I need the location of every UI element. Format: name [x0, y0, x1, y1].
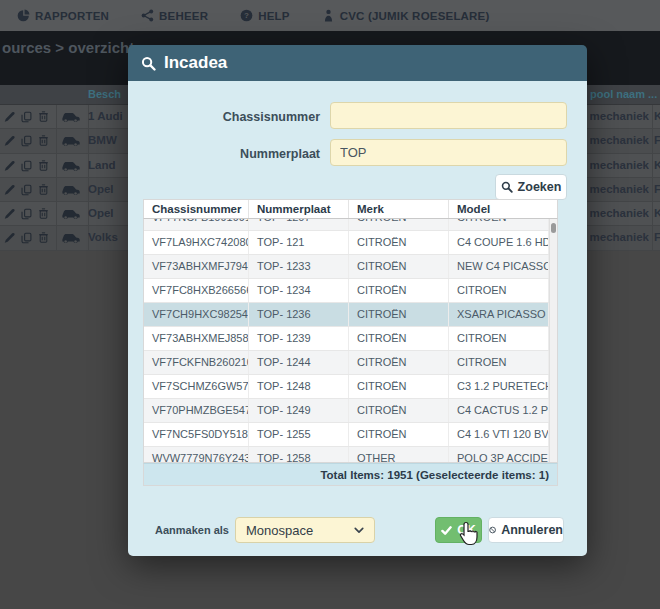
table-row[interactable]: VF77NCFB109199197TOP- 1207CITROENCITROEN	[144, 219, 557, 230]
car-icon	[61, 208, 81, 220]
table-cell: CITROËN	[349, 303, 449, 326]
nav-item-help: ?HELP	[240, 9, 289, 22]
pool-naam-value: mechaniek	[590, 207, 649, 219]
table-cell: VF7FC8HXB26656662	[144, 279, 249, 302]
table-row[interactable]: VF7LA9HXC74208004TOP- 121CITROËNC4 COUPE…	[144, 230, 557, 254]
edit-icon	[4, 111, 15, 123]
results-footer: Total Items: 1951 (Geselecteerde items: …	[143, 463, 558, 486]
screen: RAPPORTENBEHEER?HELPCVC (JUMIK ROESELARE…	[0, 0, 660, 609]
table-cell: CITROEN	[449, 279, 549, 302]
edit-icon	[4, 232, 15, 244]
background-column-beschrijving: Besch	[88, 88, 121, 100]
table-cell: VF73ABHXMEJ858219	[144, 327, 249, 350]
table-cell: OTHER	[349, 447, 449, 463]
scrollbar-thumb[interactable]	[551, 223, 556, 233]
table-cell: CITROËN	[349, 375, 449, 398]
edit-icon	[4, 184, 15, 196]
column-header-merk: Merk	[349, 200, 449, 218]
share-nodes-icon	[141, 9, 154, 22]
vehicle-description-cell: Volks	[88, 231, 128, 243]
nav-item-cvc: CVC (JUMIK ROESELARE)	[322, 9, 490, 22]
nav-item-rapporten: RAPPORTEN	[17, 9, 109, 22]
table-cell: VF7NC5FS0DY518195	[144, 423, 249, 446]
table-row[interactable]: VF73ABHXMFJ794653TOP- 1233CITROËNNEW C4 …	[144, 254, 557, 278]
clipped-cell: F	[654, 134, 660, 146]
column-divider	[652, 129, 653, 152]
nav-item-label: BEHEER	[159, 10, 208, 22]
table-row[interactable]: VF7FC8HXB26656662TOP- 1234CITROËNCITROEN	[144, 278, 557, 302]
table-cell: CITROEN	[449, 351, 549, 374]
table-cell: TOP- 1234	[249, 279, 349, 302]
column-divider	[56, 226, 57, 249]
table-cell: CITROËN	[349, 231, 449, 254]
table-cell: VF7LA9HXC74208004	[144, 231, 249, 254]
table-cell: VF77NCFB109199197	[144, 219, 249, 230]
nav-item-label: RAPPORTEN	[35, 10, 109, 22]
table-cell: CITROEN	[449, 327, 549, 350]
column-header-nummerplaat: Nummerplaat	[249, 200, 349, 218]
annuleren-button[interactable]: Annuleren	[488, 517, 564, 543]
ban-icon	[489, 524, 496, 536]
background-column-pool-naam: pool naam ...	[590, 88, 657, 100]
column-divider	[56, 154, 57, 177]
vehicle-description-cell: Opel	[88, 207, 128, 219]
nav-item-label: HELP	[258, 10, 289, 22]
car-icon	[61, 184, 81, 196]
edit-icon	[4, 135, 15, 147]
column-divider	[652, 202, 653, 225]
column-header-chassisnummer: Chassisnummer	[144, 200, 249, 218]
car-icon	[61, 160, 81, 172]
table-cell: C4 CACTUS 1.2 PUR...	[449, 399, 549, 422]
table-cell: TOP- 1244	[249, 351, 349, 374]
table-scrollbar[interactable]	[549, 219, 557, 462]
table-cell: TOP- 1249	[249, 399, 349, 422]
table-row[interactable]: VF7CH9HXC98254281TOP- 1236CITROËNXSARA P…	[144, 302, 557, 326]
table-cell: VF70PHMZBGE547290	[144, 399, 249, 422]
chassisnummer-input[interactable]	[330, 102, 567, 129]
table-row[interactable]: VF7SCHMZ6GW575760TOP- 1248CITROËNC3 1.2 …	[144, 374, 557, 398]
table-row[interactable]: VF73ABHXMEJ858219TOP- 1239CITROËNCITROEN	[144, 326, 557, 350]
column-divider	[652, 105, 653, 128]
breadcrumb: ources > overzicht	[2, 39, 134, 56]
table-cell: CITROEN	[449, 219, 549, 230]
car-icon	[61, 111, 81, 123]
table-cell: CITROËN	[349, 255, 449, 278]
table-cell: TOP- 1248	[249, 375, 349, 398]
copy-icon	[21, 184, 32, 196]
table-cell: C4 COUPE 1.6 HDI ...	[449, 231, 549, 254]
table-cell: WVW7779N76Y243788	[144, 447, 249, 463]
pool-naam-value: mechaniek	[590, 110, 649, 122]
table-cell: TOP- 1233	[249, 255, 349, 278]
table-row[interactable]: VF7FCKFNB26021099TOP- 1244CITROËNCITROEN	[144, 350, 557, 374]
vehicle-description-cell: BMW	[88, 134, 128, 146]
create-as-select[interactable]: Monospace	[235, 517, 375, 543]
edit-icon	[4, 160, 15, 172]
table-cell: CITROËN	[349, 279, 449, 302]
table-cell: CITROËN	[349, 351, 449, 374]
table-cell: VF7CH9HXC98254281	[144, 303, 249, 326]
question-circle-icon: ?	[240, 9, 253, 22]
table-cell: CITROËN	[349, 327, 449, 350]
table-row[interactable]: WVW7779N76Y243788TOP- 1258OTHERPOLO 3P A…	[144, 446, 557, 463]
header-scrollbar-spacer	[549, 200, 557, 218]
trash-icon	[38, 207, 49, 220]
trash-icon	[38, 231, 49, 244]
incadea-modal: Incadea Chassisnummer Nummerplaat Zoeken…	[128, 45, 587, 556]
create-as-selected-value: Monospace	[246, 523, 313, 538]
trash-icon	[38, 159, 49, 172]
clipped-cell: K	[654, 159, 660, 171]
svg-text:?: ?	[244, 11, 249, 20]
zoeken-button[interactable]: Zoeken	[495, 174, 567, 200]
check-icon	[441, 525, 452, 536]
column-header-model: Model	[449, 200, 549, 218]
table-cell: TOP- 1207	[249, 219, 349, 230]
nav-item-beheer: BEHEER	[141, 9, 208, 22]
nummerplaat-input[interactable]	[330, 139, 567, 166]
column-divider	[652, 226, 653, 249]
column-divider	[56, 105, 57, 128]
column-divider	[652, 178, 653, 201]
mouse-cursor	[458, 521, 480, 547]
column-divider	[56, 178, 57, 201]
table-row[interactable]: VF7NC5FS0DY518195TOP- 1255CITROËNC4 1.6 …	[144, 422, 557, 446]
table-row[interactable]: VF70PHMZBGE547290TOP- 1249CITROËNC4 CACT…	[144, 398, 557, 422]
